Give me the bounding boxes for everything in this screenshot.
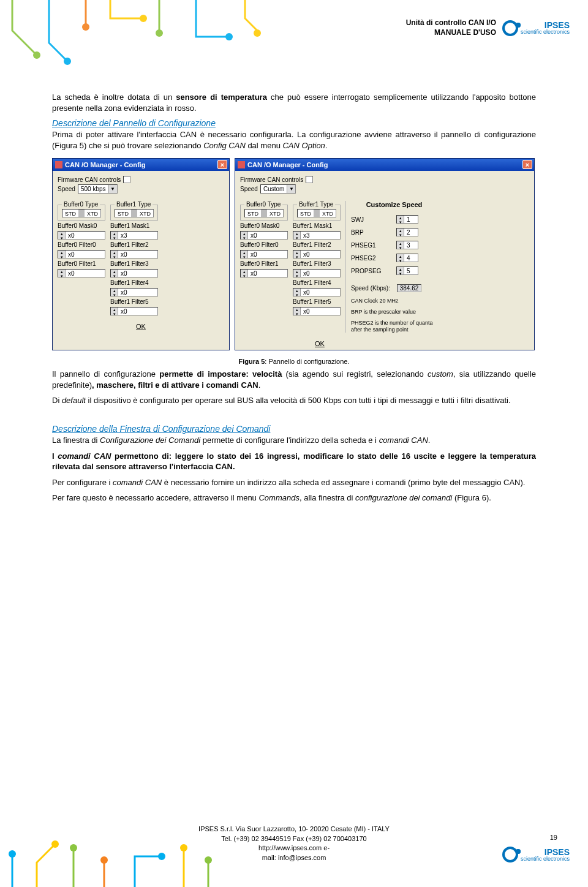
paragraph-5: La finestra di Configurazione dei Comand…: [52, 435, 536, 446]
titlebar: CAN /O Manager - Config ×: [53, 159, 229, 171]
svg-point-3: [140, 15, 147, 22]
paragraph-2: Prima di poter attivare l'interfaccia CA…: [52, 129, 536, 151]
firmware-label: Firmware CAN controls: [58, 176, 121, 183]
speed-dropdown[interactable]: 500 kbps▼: [78, 184, 118, 194]
paragraph-1: La scheda è inoltre dotata di un sensore…: [52, 92, 536, 113]
buffer1-type-toggle[interactable]: STDXTD: [115, 209, 154, 217]
heading-command-config: Descrizione della Finestra di Configuraz…: [52, 424, 536, 434]
customize-speed-title: Customize Speed: [351, 201, 437, 208]
buffer1-mask1[interactable]: ▴▾x3: [110, 231, 158, 240]
close-icon[interactable]: ×: [522, 160, 532, 169]
heading-config-panel: Descrizione del Pannello di Configurazio…: [52, 118, 536, 128]
doc-title-1: Unità di controllo CAN I/O: [406, 18, 496, 28]
svg-point-1: [64, 58, 71, 65]
firmware-checkbox[interactable]: [123, 176, 130, 183]
window-title: CAN /O Manager - Config: [247, 161, 328, 168]
buffer1-filter5[interactable]: ▴▾x0: [110, 307, 158, 315]
brp-spinner[interactable]: ▴▾2: [396, 228, 418, 236]
svg-point-13: [205, 856, 212, 864]
footer-decoration: [0, 832, 233, 887]
buffer0-type-toggle[interactable]: STDXTD: [62, 209, 101, 217]
svg-point-5: [225, 33, 233, 40]
buffer1-type-toggle[interactable]: STDXTD: [297, 209, 336, 217]
titlebar: CAN /O Manager - Config ×: [235, 159, 534, 171]
svg-point-11: [158, 853, 165, 860]
document-body: La scheda è inoltre dotata di un sensore…: [52, 92, 536, 508]
speed-kbps-value: 384.62: [397, 284, 422, 292]
buffer0-type-toggle[interactable]: STDXTD: [244, 209, 284, 217]
svg-point-2: [82, 23, 89, 31]
svg-point-6: [254, 29, 261, 37]
config-dialog-custom: CAN /O Manager - Config × Firmware CAN c…: [235, 158, 535, 350]
header-decoration: [0, 0, 294, 67]
speed-dropdown[interactable]: Custom▼: [260, 184, 296, 194]
footer-logo: IPSESscientific electronics: [502, 847, 570, 862]
firmware-checkbox[interactable]: [306, 176, 313, 183]
phseg2-spinner[interactable]: ▴▾4: [396, 254, 418, 262]
buffer0-mask0[interactable]: ▴▾x0: [58, 231, 105, 240]
buffer1-filter4[interactable]: ▴▾x0: [110, 288, 158, 296]
svg-point-12: [180, 844, 187, 851]
ipses-logo: IPSESscientific electronics: [502, 20, 570, 36]
ok-button[interactable]: OK: [315, 340, 534, 347]
svg-point-4: [156, 29, 163, 37]
speed-label: Speed: [58, 186, 75, 192]
ok-button[interactable]: OK: [53, 323, 229, 330]
window-icon: [55, 161, 62, 168]
svg-point-9: [70, 844, 77, 851]
buffer1-filter3[interactable]: ▴▾x0: [110, 269, 158, 277]
phseg1-spinner[interactable]: ▴▾3: [396, 241, 418, 249]
svg-point-7: [9, 850, 16, 858]
propseg-spinner[interactable]: ▴▾5: [396, 266, 418, 275]
figure-5-caption: Figura 5: Pannello di configurazione.: [52, 358, 536, 365]
paragraph-8: Per fare questo è necessario accedere, a…: [52, 493, 536, 504]
paragraph-7: Per configurare i comandi CAN è necessar…: [52, 477, 536, 488]
document-footer: IPSES S.r.l. Via Suor Lazzarotto, 10- 20…: [0, 825, 588, 862]
figure-5: CAN /O Manager - Config × Firmware CAN c…: [52, 158, 536, 350]
svg-point-10: [100, 856, 108, 864]
close-icon[interactable]: ×: [217, 160, 227, 169]
buffer0-filter0[interactable]: ▴▾x0: [58, 250, 105, 259]
buffer1-filter2[interactable]: ▴▾x0: [110, 250, 158, 259]
document-header-right: Unità di controllo CAN I/O MANUALE D'USO…: [406, 18, 570, 37]
paragraph-6: I comandi CAN permettono di: leggere lo …: [52, 451, 536, 472]
paragraph-4: Di default il dispositivo è configurato …: [52, 395, 536, 406]
window-title: CAN /O Manager - Config: [65, 161, 145, 168]
paragraph-3: Il pannello di configurazione permette d…: [52, 369, 536, 390]
buffer0-filter1[interactable]: ▴▾x0: [58, 269, 105, 277]
svg-point-8: [51, 840, 59, 848]
doc-title-2: MANUALE D'USO: [406, 28, 496, 38]
swj-spinner[interactable]: ▴▾1: [396, 215, 418, 224]
config-dialog-preset: CAN /O Manager - Config × Firmware CAN c…: [52, 158, 230, 350]
svg-point-0: [33, 51, 40, 59]
window-icon: [238, 161, 245, 168]
